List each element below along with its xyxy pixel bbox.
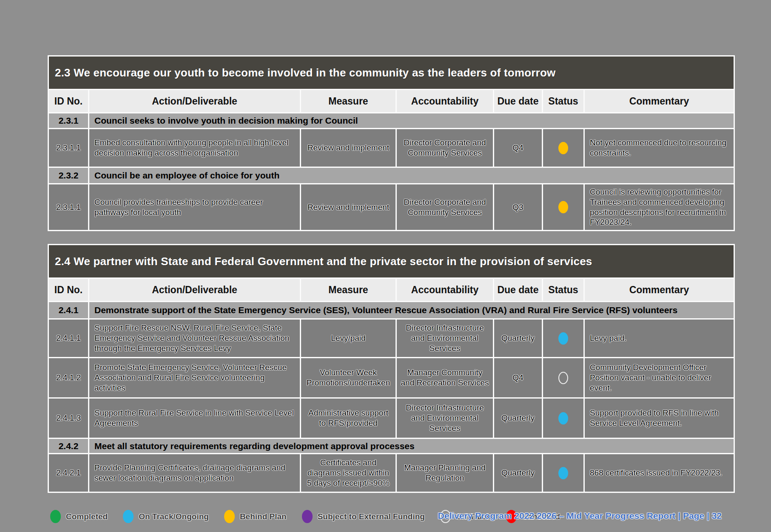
section-row: 2.3.1 Council seeks to involve youth in …	[49, 113, 734, 128]
table-row: 2.3.1.1 Council provides traineeships to…	[49, 184, 734, 230]
accountability-cell: Manager Community and Recreation Service…	[397, 358, 493, 397]
id-cell: 2.3.1.1	[49, 129, 88, 167]
measure-cell: Volunteer Week Promotions/undertaken	[301, 358, 395, 397]
commentary-cell: 868 certificates issued in FY2022/23.	[585, 454, 734, 492]
column-header-accountability: Accountability	[397, 279, 493, 301]
section-id: 2.4.1	[49, 302, 88, 318]
accountability-cell: Director Corporate and Community Service…	[397, 184, 493, 230]
column-header-accountability: Accountability	[397, 90, 493, 112]
section-title: Meet all statutory requirements regardin…	[89, 439, 734, 453]
legend-item-completed: Completed	[50, 510, 108, 523]
section-title: Council be an employee of choice for you…	[89, 168, 734, 183]
column-header-commentary: Commentary	[585, 279, 734, 301]
column-header-status: Status	[543, 90, 583, 112]
table-title: 2.4 We partner with State and Federal Go…	[49, 245, 734, 277]
table-header-row: ID No. Action/Deliverable Measure Accoun…	[49, 279, 734, 301]
action-cell: Support Fire Rescue NSW, Rural Fire Serv…	[89, 320, 300, 357]
id-cell: 2.3.1.1	[49, 184, 88, 230]
id-cell: 2.4.1.1	[49, 320, 88, 357]
status-cell	[543, 184, 583, 230]
table-title: 2.3 We encourage our youth to become inv…	[49, 57, 734, 89]
legend-label: On Track/Ongoing	[139, 512, 209, 521]
due-date-cell: Quarterly	[494, 399, 542, 438]
accountability-cell: Manager Planning and Regulation	[397, 454, 493, 492]
status-indicator-on-track-icon	[558, 412, 568, 424]
completed-status-icon	[50, 510, 61, 523]
id-cell: 2.4.2.1	[49, 454, 88, 492]
status-cell	[543, 320, 583, 357]
table-2-3: 2.3 We encourage our youth to become inv…	[48, 55, 735, 231]
due-date-cell: Q3	[494, 184, 542, 230]
table-row: 2.3.1.1 Embed consultation with young pe…	[49, 129, 734, 167]
column-header-action: Action/Deliverable	[89, 279, 300, 301]
due-date-cell: Q4	[494, 129, 542, 167]
table-header-row: ID No. Action/Deliverable Measure Accoun…	[49, 90, 734, 112]
measure-cell: Review and implement	[301, 184, 395, 230]
status-indicator-behind-plan-icon	[558, 201, 568, 213]
commentary-cell: Support provided to RFS in line with Ser…	[585, 399, 734, 438]
table-row: 2.4.1.1 Support Fire Rescue NSW, Rural F…	[49, 320, 734, 357]
commentary-cell: Not yet commenced due to resourcing cons…	[585, 129, 734, 167]
legend-label: Behind Plan	[240, 512, 287, 521]
report-page: 2.3 We encourage our youth to become inv…	[0, 0, 771, 532]
due-date-cell: Quarterly	[494, 454, 542, 492]
column-header-due-date: Due date	[494, 90, 542, 112]
legend-item-behind-plan: Behind Plan	[224, 510, 287, 523]
column-header-id: ID No.	[49, 279, 88, 301]
action-cell: Provide Planning Certificates, drainage …	[89, 454, 300, 492]
measure-cell: Levy/paid	[301, 320, 395, 357]
id-cell: 2.4.1.3	[49, 399, 88, 438]
section-id: 2.3.2	[49, 168, 88, 183]
table-row: 2.4.2.1 Provide Planning Certificates, d…	[49, 454, 734, 492]
column-header-measure: Measure	[301, 90, 395, 112]
status-cell	[543, 399, 583, 438]
accountability-cell: Director Corporate and Community Service…	[397, 129, 493, 167]
action-cell: Embed consultation with young people in …	[89, 129, 300, 167]
behind-plan-status-icon	[224, 510, 235, 523]
status-indicator-on-track-icon	[558, 332, 568, 345]
status-indicator-off-track-icon	[558, 372, 568, 384]
action-cell: Council provides traineeships to provide…	[89, 184, 300, 230]
commentary-cell: Council is reviewing opportunities for T…	[585, 184, 734, 230]
id-cell: 2.4.1.2	[49, 358, 88, 397]
on-track-status-icon	[123, 510, 134, 523]
section-id: 2.4.2	[49, 439, 88, 453]
legend-label: Subject to External Funding	[318, 512, 425, 521]
table-row: 2.4.1.3 Support the Rural Fire Service i…	[49, 399, 734, 438]
due-date-cell: Quarterly	[494, 320, 542, 357]
measure-cell: Certificates and diagrams issued within …	[301, 454, 395, 492]
due-date-cell: Q4	[494, 358, 542, 397]
action-cell: Support the Rural Fire Service in line w…	[89, 399, 300, 438]
commentary-cell: Community Development Officer Position v…	[585, 358, 734, 397]
page-footer: Delivery Program 2022 2026 – Mid Year Pr…	[438, 511, 722, 521]
column-header-action: Action/Deliverable	[89, 90, 300, 112]
status-cell	[543, 358, 583, 397]
status-cell	[543, 129, 583, 167]
column-header-measure: Measure	[301, 279, 395, 301]
section-row: 2.4.1 Demonstrate support of the State E…	[49, 302, 734, 318]
action-cell: Promote State Emergency Service, Volunte…	[89, 358, 300, 397]
section-id: 2.3.1	[49, 113, 88, 128]
measure-cell: Review and implement	[301, 129, 395, 167]
column-header-status: Status	[543, 279, 583, 301]
table-2-4: 2.4 We partner with State and Federal Go…	[48, 244, 735, 493]
external-funding-status-icon	[302, 510, 313, 523]
column-header-commentary: Commentary	[585, 90, 734, 112]
column-header-id: ID No.	[49, 90, 88, 112]
status-indicator-on-track-icon	[558, 467, 568, 479]
table-row: 2.4.1.2 Promote State Emergency Service,…	[49, 358, 734, 397]
accountability-cell: Director Infrastructure and Environmenta…	[397, 399, 493, 438]
status-indicator-behind-plan-icon	[558, 142, 568, 154]
legend-label: Completed	[66, 512, 108, 521]
accountability-cell: Director Infrastructure and Environmenta…	[397, 320, 493, 357]
legend-item-external-funding: Subject to External Funding	[302, 510, 425, 523]
commentary-cell: Levy paid.	[585, 320, 734, 357]
column-header-due-date: Due date	[494, 279, 542, 301]
section-title: Council seeks to involve youth in decisi…	[89, 113, 734, 128]
section-title: Demonstrate support of the State Emergen…	[89, 302, 734, 318]
section-row: 2.4.2 Meet all statutory requirements re…	[49, 439, 734, 453]
section-row: 2.3.2 Council be an employee of choice f…	[49, 168, 734, 183]
status-cell	[543, 454, 583, 492]
measure-cell: Administrative support to RFS/provided	[301, 399, 395, 438]
legend-item-on-track: On Track/Ongoing	[123, 510, 209, 523]
